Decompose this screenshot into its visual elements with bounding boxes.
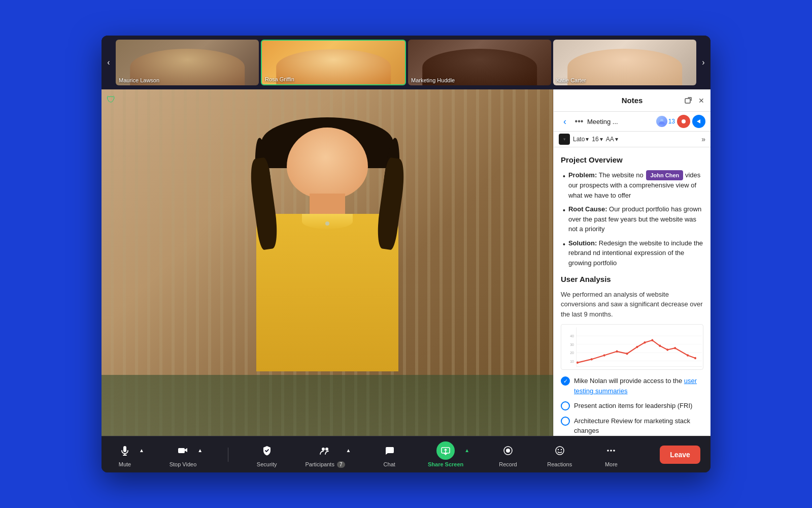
record-icon: [499, 441, 517, 460]
checklist-item-1: Mike Nolan will provide access to the us…: [561, 376, 703, 396]
more-label: More: [605, 461, 618, 467]
share-screen-group: Share Screen ▲: [428, 441, 469, 467]
notes-content: Project Overview • Problem: The website …: [554, 147, 710, 436]
more-icon: [602, 441, 620, 460]
thumbnail-2[interactable]: Rosa Griffin: [261, 40, 406, 85]
stop-video-label: Stop Video: [170, 461, 197, 467]
mute-caret[interactable]: ▲: [139, 448, 144, 453]
svg-point-38: [557, 449, 558, 450]
back-button[interactable]: ‹: [559, 115, 571, 128]
video-background: [101, 89, 553, 436]
mic-icon: [116, 441, 134, 460]
text-style-selector[interactable]: AA ▾: [606, 136, 618, 143]
share-screen-icon: [436, 441, 455, 460]
svg-point-16: [616, 351, 618, 353]
video-strip: ‹ Maurice Lawson Rosa Griffin Marketing …: [101, 36, 710, 89]
bullet-dot-1: •: [563, 171, 565, 201]
bullet-problem: • Problem: The website no John Chen vide…: [561, 170, 703, 201]
security-label: Security: [257, 461, 277, 467]
participant-count: 13: [668, 118, 675, 125]
security-button[interactable]: Security: [254, 441, 280, 467]
bullet-dot-2: •: [563, 205, 565, 234]
checkbox-3[interactable]: [561, 417, 570, 426]
svg-text:10: 10: [570, 359, 574, 364]
bullet-problem-text: Problem: The website no John Chen vides …: [568, 170, 703, 201]
mute-label: Mute: [119, 461, 131, 467]
video-caret[interactable]: ▲: [197, 448, 202, 453]
checkbox-1[interactable]: [561, 376, 570, 386]
aa-label: AA: [606, 136, 614, 143]
checklist-text-1: Mike Nolan will provide access to the us…: [574, 376, 703, 396]
color-arrow: ▾: [563, 137, 566, 142]
color-picker[interactable]: ▾: [559, 134, 570, 145]
chat-icon: [380, 441, 398, 460]
font-arrow: ▾: [586, 136, 589, 143]
mute-group: Mute ▲: [112, 441, 144, 467]
thumbnail-4[interactable]: Katie Carter: [553, 40, 696, 85]
svg-point-25: [694, 357, 696, 359]
participants-button[interactable]: Participants 7: [305, 441, 345, 467]
close-icon[interactable]: ✕: [696, 96, 706, 106]
notes-title: Notes: [622, 96, 643, 105]
more-options-button[interactable]: •••: [573, 115, 585, 128]
svg-point-21: [659, 345, 661, 347]
share-button[interactable]: [692, 115, 705, 128]
bullet-dot-3: •: [563, 239, 565, 268]
next-arrow[interactable]: ›: [696, 55, 710, 70]
svg-rect-26: [123, 446, 126, 452]
user-analysis-heading: User Analysis: [561, 274, 703, 285]
prev-arrow[interactable]: ‹: [101, 55, 116, 70]
svg-text:30: 30: [570, 342, 574, 347]
record-indicator[interactable]: [677, 115, 690, 128]
svg-rect-0: [685, 99, 690, 103]
format-more-button[interactable]: »: [701, 135, 705, 143]
thumbnail-1[interactable]: Maurice Lawson: [116, 40, 259, 85]
bullet-root-cause: • Root Cause: Our product portfolio has …: [561, 204, 703, 234]
size-arrow: ▾: [600, 136, 603, 143]
reactions-button[interactable]: Reactions: [547, 441, 573, 467]
share-screen-label: Share Screen: [428, 461, 463, 467]
svg-point-14: [591, 358, 593, 360]
notes-header-controls: ✕: [683, 96, 706, 106]
mute-button[interactable]: Mute: [112, 441, 138, 467]
leave-button[interactable]: Leave: [660, 446, 700, 464]
user-tooltip: John Chen: [646, 170, 683, 181]
svg-point-23: [674, 347, 676, 349]
reactions-icon: [551, 441, 569, 460]
bullet-solution: • Solution: Redesign the website to incl…: [561, 238, 703, 268]
shield-icon: 🛡: [107, 94, 116, 105]
font-size-selector[interactable]: 16 ▾: [592, 136, 602, 143]
svg-text:20: 20: [570, 351, 574, 355]
svg-point-36: [506, 449, 510, 453]
participants-icon: [316, 441, 334, 460]
stop-video-button[interactable]: Stop Video: [170, 441, 197, 467]
zoom-window: ‹ Maurice Lawson Rosa Griffin Marketing …: [101, 36, 710, 472]
font-selector[interactable]: Lato ▾: [573, 136, 589, 143]
meeting-label: Meeting ...: [587, 118, 654, 125]
chat-label: Chat: [384, 461, 395, 467]
root-cause-label: Root Cause:: [568, 205, 607, 213]
main-area: 🛡 Notes ✕ ‹ •••: [101, 89, 710, 436]
thumbnail-3[interactable]: Marketing Huddle: [408, 40, 551, 85]
participants-caret[interactable]: ▲: [346, 448, 351, 453]
notes-toolbar: ‹ ••• Meeting ... 13: [554, 112, 710, 132]
record-button[interactable]: Record: [495, 441, 521, 467]
thumb-name-1: Maurice Lawson: [119, 77, 159, 83]
svg-point-41: [611, 450, 613, 452]
video-group: Stop Video ▲: [170, 441, 203, 467]
participants-label-text: Participants: [305, 461, 334, 467]
aa-arrow: ▾: [615, 136, 618, 143]
share-screen-button[interactable]: Share Screen: [428, 441, 463, 467]
participants-group: Participants 7 ▲: [305, 441, 351, 467]
notes-panel: Notes ✕ ‹ ••• Meeting ...: [553, 89, 710, 436]
chat-button[interactable]: Chat: [376, 441, 402, 467]
share-screen-caret[interactable]: ▲: [464, 448, 469, 453]
popout-icon[interactable]: [683, 96, 693, 106]
analysis-description: We performed an analysis of website conv…: [561, 290, 703, 320]
video-icon: [174, 441, 192, 460]
svg-point-31: [325, 448, 328, 451]
reactions-label: Reactions: [547, 461, 572, 467]
solution-label: Solution:: [568, 239, 597, 247]
checkbox-2[interactable]: [561, 401, 570, 410]
more-button[interactable]: More: [598, 441, 624, 467]
